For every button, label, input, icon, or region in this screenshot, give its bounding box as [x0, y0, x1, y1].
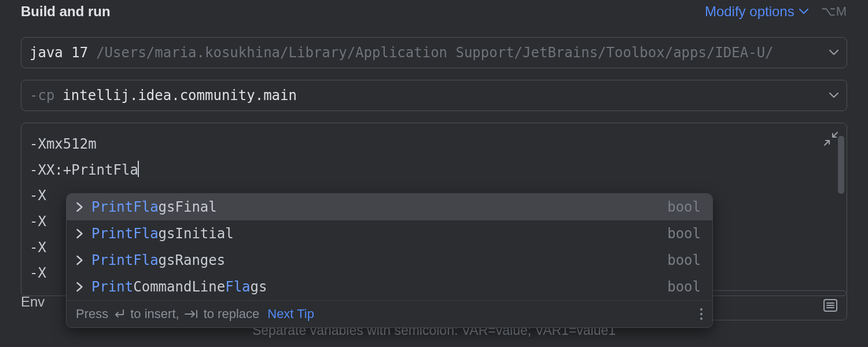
next-tip-link[interactable]: Next Tip: [267, 307, 314, 322]
completion-item[interactable]: PrintFlagsFinal bool: [67, 194, 712, 220]
classpath-selector[interactable]: -cp intellij.idea.community.main: [21, 80, 847, 111]
modify-options-label: Modify options: [705, 3, 795, 20]
chevron-right-icon: [76, 202, 83, 212]
completion-item[interactable]: PrintFlagsInitial bool: [67, 220, 712, 247]
completion-label: PrintFlagsRanges: [91, 253, 225, 267]
completion-label: PrintCommandLineFlags: [91, 280, 267, 294]
completion-item[interactable]: PrintFlagsRanges bool: [67, 247, 712, 274]
footer-text: to insert,: [130, 307, 179, 322]
chevron-down-icon: [829, 93, 838, 98]
more-menu-icon[interactable]: [700, 308, 703, 320]
chevron-right-icon: [76, 282, 83, 292]
enter-key-icon: [113, 308, 126, 320]
text-caret: [138, 161, 139, 177]
section-header: Build and run Modify options ⌥M: [21, 3, 847, 20]
list-edit-icon[interactable]: [822, 297, 838, 313]
shortcut-hint: ⌥M: [821, 4, 847, 19]
chevron-down-icon: [829, 50, 838, 56]
svg-point-0: [700, 308, 703, 311]
section-title: Build and run: [21, 3, 111, 20]
collapse-icon[interactable]: [823, 131, 838, 146]
completion-popup: PrintFlagsFinal bool PrintFlagsInitial b…: [66, 193, 713, 328]
footer-text: to replace: [204, 307, 260, 322]
chevron-right-icon: [76, 228, 83, 239]
completion-type: bool: [667, 200, 701, 214]
env-vars-label: Env: [21, 294, 45, 310]
jdk-path: /Users/maria.kosukhina/Library/Applicati…: [96, 45, 773, 61]
cp-module: intellij.idea.community.main: [62, 87, 297, 104]
completion-label: PrintFlagsInitial: [91, 227, 234, 241]
modify-options-dropdown[interactable]: Modify options: [705, 3, 808, 20]
footer-text: Press: [76, 307, 108, 322]
svg-point-1: [700, 313, 703, 315]
chevron-right-icon: [76, 255, 83, 265]
jdk-selector[interactable]: java 17 /Users/maria.kosukhina/Library/A…: [21, 37, 847, 68]
svg-point-2: [700, 318, 703, 320]
completion-footer: Press to insert, to replace Next Tip: [67, 300, 712, 327]
scrollbar-thumb[interactable]: [838, 136, 844, 194]
jdk-name: java 17: [30, 45, 88, 61]
header-actions: Modify options ⌥M: [705, 3, 847, 20]
cp-flag: -cp: [30, 87, 54, 104]
chevron-down-icon: [799, 9, 808, 14]
completion-label: PrintFlagsFinal: [91, 200, 217, 214]
tab-key-icon: [184, 309, 199, 319]
completion-type: bool: [667, 253, 701, 267]
completion-item[interactable]: PrintCommandLineFlags bool: [67, 274, 712, 300]
completion-type: bool: [667, 227, 701, 241]
completion-type: bool: [667, 280, 701, 294]
